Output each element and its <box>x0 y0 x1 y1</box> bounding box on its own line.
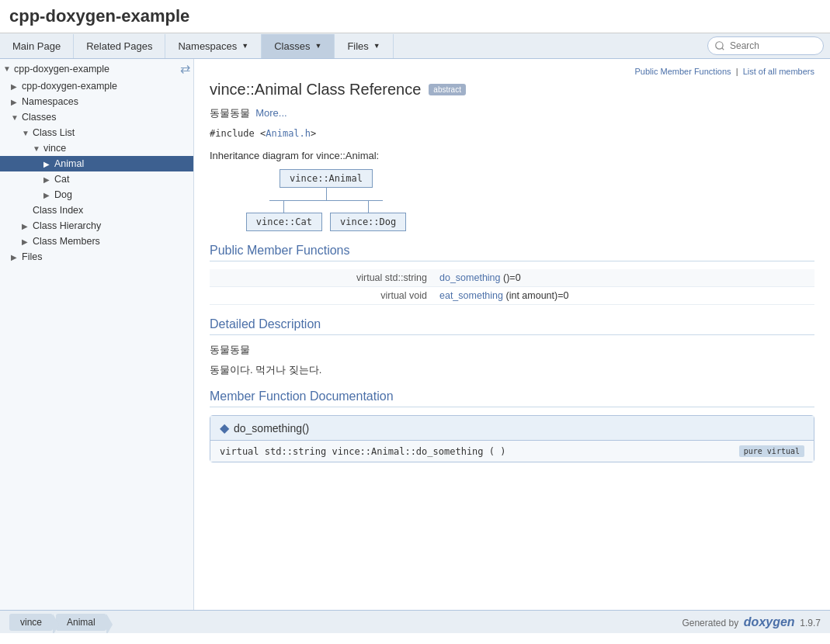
sidebar-item-class-list[interactable]: ▼ Class List <box>0 125 193 140</box>
breadcrumb-animal[interactable]: Animal <box>56 614 106 631</box>
sync-icon[interactable]: ⇄ <box>180 61 190 76</box>
nav-main-page[interactable]: Main Page <box>0 34 74 58</box>
inh-child-node-dog: vince::Dog <box>330 213 406 231</box>
do-something-link[interactable]: do_something <box>439 272 501 283</box>
arrow-icon: ▼ <box>11 113 22 122</box>
member-type: virtual void <box>210 287 433 305</box>
list-all-link[interactable]: List of all members <box>743 67 814 76</box>
site-title: cpp-doxygen-example <box>9 6 189 26</box>
inheritance-label: Inheritance diagram for vince::Animal: <box>210 150 814 161</box>
arrow-icon: ▶ <box>11 98 22 106</box>
layout: ▼ cpp-doxygen-example ⇄ ▶ cpp-doxygen-ex… <box>0 59 830 610</box>
arrow-icon: ▶ <box>22 237 33 246</box>
arrow-icon: ▶ <box>22 222 33 230</box>
navbar: Main Page Related Pages Namespaces ▼ Cla… <box>0 33 830 59</box>
bottom-bar: vince Animal Generated by doxygen 1.9.7 <box>0 610 830 633</box>
func-doc-do-something: ◆ do_something() virtual std::string vin… <box>210 415 814 462</box>
nav-namespaces[interactable]: Namespaces ▼ <box>165 34 262 58</box>
member-type: virtual std::string <box>210 269 433 287</box>
arrow-icon: ▶ <box>11 82 22 91</box>
search-area <box>701 33 830 58</box>
more-link[interactable]: More... <box>255 107 287 119</box>
chevron-down-icon: ▼ <box>241 42 248 50</box>
func-signature: virtual std::string vince::Animal::do_so… <box>210 441 814 462</box>
arrow-icon: ▼ <box>33 144 43 153</box>
sidebar-item-vince[interactable]: ▼ vince <box>0 140 193 156</box>
sidebar: ▼ cpp-doxygen-example ⇄ ▶ cpp-doxygen-ex… <box>0 59 194 610</box>
inh-child-dog: vince::Dog <box>330 200 406 231</box>
inheritance-diagram: vince::Animal vince::Cat vince::Dog <box>210 169 443 231</box>
public-member-functions-heading: Public Member Functions <box>210 244 814 261</box>
detailed-description-heading: Detailed Description <box>210 317 814 335</box>
doxygen-logo: doxygen <box>744 615 795 628</box>
detailed-desc-text2: 동물이다. 먹거나 짖는다. <box>210 363 814 377</box>
inh-child-cat: vince::Cat <box>246 200 322 231</box>
pure-virtual-badge: pure virtual <box>739 445 804 457</box>
generated-by: Generated by doxygen 1.9.7 <box>682 615 821 629</box>
nav-files[interactable]: Files ▼ <box>335 34 393 58</box>
sidebar-item-root[interactable]: ▼ cpp-doxygen-example ⇄ <box>0 59 193 78</box>
func-title-text: do_something() <box>234 422 309 435</box>
sidebar-item-classes[interactable]: ▼ Classes <box>0 109 193 125</box>
page-title: cpp-doxygen-example <box>0 0 830 33</box>
inh-child-node-cat: vince::Cat <box>246 213 322 231</box>
sidebar-item-animal[interactable]: ▶ Animal <box>0 156 193 171</box>
inh-connector <box>326 188 327 200</box>
eat-something-link[interactable]: eat_something <box>439 290 503 301</box>
nav-related-pages[interactable]: Related Pages <box>74 34 165 58</box>
inh-root-node: vince::Animal <box>280 169 373 188</box>
breadcrumb: vince Animal <box>9 614 109 631</box>
bullet-icon: ◆ <box>220 421 229 435</box>
sidebar-item-dog[interactable]: ▶ Dog <box>0 187 193 203</box>
inh-hline <box>269 200 384 201</box>
nav-classes[interactable]: Classes ▼ <box>262 34 335 58</box>
doxygen-version: 1.9.7 <box>800 618 821 628</box>
chevron-down-icon: ▼ <box>373 42 380 50</box>
member-func-doc-heading: Member Function Documentation <box>210 390 814 407</box>
func-doc-title: ◆ do_something() <box>210 416 814 441</box>
breadcrumb-vince[interactable]: vince <box>9 614 53 631</box>
arrow-icon: ▶ <box>43 175 54 184</box>
member-decl: eat_something (int amount)=0 <box>433 287 814 305</box>
sidebar-item-namespaces[interactable]: ▶ Namespaces <box>0 94 193 109</box>
top-links: Public Member Functions | List of all me… <box>210 67 814 76</box>
sidebar-item-class-index[interactable]: Class Index <box>0 203 193 218</box>
arrow-icon: ▶ <box>11 253 22 261</box>
member-row: virtual std::string do_something ()=0 <box>210 269 814 287</box>
sidebar-item-cat[interactable]: ▶ Cat <box>0 171 193 187</box>
brief-description: 동물동물 More... <box>210 106 814 120</box>
member-functions-table: virtual std::string do_something ()=0 vi… <box>210 269 814 305</box>
search-input[interactable] <box>707 36 824 55</box>
public-members-link[interactable]: Public Member Functions <box>634 67 731 76</box>
arrow-icon: ▶ <box>43 191 54 199</box>
chevron-down-icon: ▼ <box>314 42 321 50</box>
sidebar-item-files[interactable]: ▶ Files <box>0 249 193 265</box>
include-line: #include <Animal.h> <box>210 128 814 139</box>
sidebar-item-class-members[interactable]: ▶ Class Members <box>0 234 193 249</box>
member-row: virtual void eat_something (int amount)=… <box>210 287 814 305</box>
member-decl: do_something ()=0 <box>433 269 814 287</box>
include-file-link[interactable]: Animal.h <box>266 128 311 139</box>
class-title-area: vince::Animal Class Reference abstract <box>210 81 814 99</box>
sidebar-item-cpp-doxygen[interactable]: ▶ cpp-doxygen-example <box>0 78 193 94</box>
arrow-icon: ▶ <box>43 160 54 168</box>
arrow-icon: ▼ <box>22 129 33 137</box>
sidebar-item-class-hierarchy[interactable]: ▶ Class Hierarchy <box>0 218 193 234</box>
main-content: Public Member Functions | List of all me… <box>194 59 830 610</box>
class-title: vince::Animal Class Reference <box>210 81 421 99</box>
func-signature-text: virtual std::string vince::Animal::do_so… <box>220 446 505 457</box>
detailed-desc-text1: 동물동물 <box>210 343 814 357</box>
abstract-badge: abstract <box>429 84 466 95</box>
arrow-icon: ▼ <box>3 64 14 73</box>
